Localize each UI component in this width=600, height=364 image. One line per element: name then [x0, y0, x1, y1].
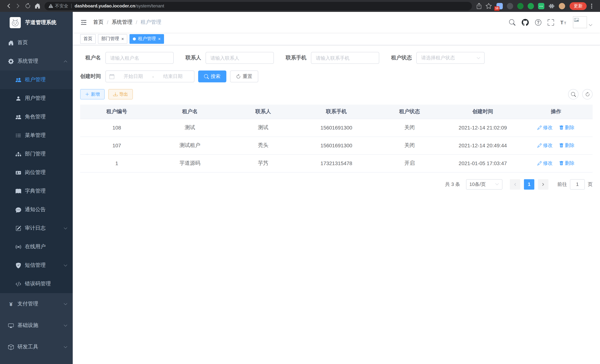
- dictionary-icon: [16, 188, 21, 194]
- github-icon[interactable]: [522, 19, 529, 26]
- puzzle-icon[interactable]: [548, 3, 555, 9]
- toggle-search-button[interactable]: [568, 89, 579, 99]
- fullscreen-icon[interactable]: [548, 19, 554, 25]
- sidebar-item-infrastructure[interactable]: 基础设施: [0, 315, 73, 336]
- sidebar-item-audit-log[interactable]: 审计日志: [0, 219, 73, 237]
- trash-icon: [559, 143, 564, 148]
- menu-label: 研发工具: [18, 344, 38, 350]
- calendar-icon: [110, 74, 114, 79]
- browser-back-button[interactable]: [4, 1, 13, 11]
- close-tab-icon[interactable]: ×: [158, 37, 161, 41]
- sidebar-item-post-management[interactable]: 岗位管理: [0, 163, 73, 182]
- end-date-placeholder: 结束日期: [155, 73, 190, 80]
- caret-down-icon: [589, 23, 593, 27]
- status-select[interactable]: 请选择租户状态: [416, 52, 485, 64]
- extension-icon[interactable]: [507, 3, 513, 9]
- export-button[interactable]: 导出: [108, 89, 133, 99]
- extension-icon[interactable]: [517, 3, 524, 9]
- browser-forward-button[interactable]: [13, 1, 23, 11]
- contact-input[interactable]: [206, 52, 274, 64]
- edit-link[interactable]: 修改: [537, 142, 553, 149]
- sidebar-item-dict-management[interactable]: 字典管理: [0, 182, 73, 200]
- add-button[interactable]: 新增: [80, 89, 105, 99]
- sidebar-item-error-code[interactable]: 错误码管理: [0, 275, 73, 293]
- column-header-contact: 联系人: [226, 105, 300, 119]
- refresh-table-button[interactable]: [582, 89, 593, 99]
- goto-page-input[interactable]: [570, 179, 585, 189]
- browser-home-button[interactable]: [33, 1, 42, 11]
- url-host: dashboard.yudao.iocoder.cn: [75, 3, 135, 9]
- address-bar[interactable]: 不安全 dashboard.yudao.iocoder.cn/system/te…: [45, 2, 472, 10]
- browser-reload-button[interactable]: [23, 1, 33, 11]
- cell-contact: 秃头: [226, 137, 300, 154]
- sidebar-item-user-management[interactable]: 用户管理: [0, 89, 73, 108]
- menu-label: 支付管理: [18, 300, 38, 307]
- browser-toolbar: 不安全 dashboard.yudao.iocoder.cn/system/te…: [0, 0, 600, 12]
- org-tree-icon: [16, 151, 21, 157]
- sidebar-item-role-management[interactable]: 角色管理: [0, 108, 73, 126]
- user-avatar[interactable]: [573, 16, 593, 28]
- cell-status: 开启: [373, 154, 446, 172]
- breadcrumb-current: 租户管理: [141, 19, 161, 26]
- page-number-button[interactable]: 1: [524, 179, 534, 189]
- edit-link[interactable]: 修改: [537, 160, 553, 167]
- cell-actions: 修改 删除: [519, 154, 593, 172]
- bookmark-star-button[interactable]: [484, 1, 494, 11]
- tab-tenant-management[interactable]: 租户管理 ×: [130, 34, 164, 44]
- close-tab-icon[interactable]: ×: [121, 37, 124, 41]
- add-button-label: 新增: [91, 91, 100, 97]
- sidebar-item-menu-management[interactable]: 菜单管理: [0, 126, 73, 145]
- sidebar-item-dev-tools[interactable]: 研发工具: [0, 336, 73, 358]
- font-size-icon[interactable]: [560, 19, 567, 25]
- date-range-picker[interactable]: 开始日期 - 结束日期: [105, 71, 194, 82]
- extension-icon[interactable]: 10: [497, 3, 503, 9]
- question-icon[interactable]: [535, 19, 541, 25]
- main-area: 首页 / 系统管理 / 租户管理 首页 部门管理 × 租户管理: [73, 12, 600, 364]
- pagination: 共 3 条 10条/页 1 前往 页: [80, 179, 593, 189]
- next-page-button[interactable]: [538, 179, 548, 189]
- browser-menu-button[interactable]: [587, 1, 596, 11]
- sidebar-item-home[interactable]: 首页: [0, 33, 73, 52]
- refresh-icon: [585, 92, 590, 97]
- delete-link[interactable]: 删除: [559, 160, 575, 167]
- search-button[interactable]: 搜索: [198, 71, 226, 82]
- extension-icon[interactable]: [528, 3, 534, 9]
- goto-label: 前往: [557, 181, 567, 187]
- pencil-icon: [537, 125, 542, 130]
- current-page: 1: [528, 181, 530, 187]
- tenant-name-input[interactable]: [105, 52, 174, 64]
- chevron-down-icon: [64, 263, 67, 267]
- security-label: 不安全: [55, 3, 68, 9]
- system-submenu: 租户管理 用户管理 角色管理 菜单管理 部门管理 岗位管理: [0, 71, 73, 293]
- puzzle-icon: [549, 3, 554, 9]
- menu-label: 角色管理: [25, 113, 46, 120]
- phone-input[interactable]: [311, 52, 379, 64]
- sidebar-item-notice[interactable]: 通知公告: [0, 200, 73, 219]
- sidebar-item-system-management[interactable]: 系统管理: [0, 52, 73, 71]
- delete-link[interactable]: 删除: [559, 142, 575, 149]
- sidebar-item-sms-management[interactable]: 短信管理: [0, 256, 73, 275]
- tab-home[interactable]: 首页: [80, 34, 96, 44]
- sidebar-item-dept-management[interactable]: 部门管理: [0, 145, 73, 163]
- app-logo[interactable]: 芋道管理系统: [0, 12, 73, 33]
- share-icon: [476, 3, 482, 9]
- reset-button[interactable]: 重置: [230, 71, 258, 82]
- browser-update-button[interactable]: 更新: [570, 2, 587, 10]
- breadcrumb-item[interactable]: 首页: [93, 19, 103, 26]
- chevron-right-icon: [541, 182, 545, 186]
- prev-page-button[interactable]: [510, 179, 520, 189]
- delete-link[interactable]: 删除: [559, 124, 575, 131]
- sidebar-item-tenant-management[interactable]: 租户管理: [0, 71, 73, 89]
- share-button[interactable]: [474, 1, 484, 11]
- column-header-name: 租户名: [153, 105, 227, 119]
- search-icon[interactable]: [509, 19, 516, 25]
- edit-link[interactable]: 修改: [537, 124, 553, 131]
- sidebar-toggle-icon[interactable]: [80, 19, 87, 26]
- sidebar-item-online-users[interactable]: 在线用户: [0, 237, 73, 256]
- extension-icon[interactable]: [538, 3, 544, 9]
- extension-icon[interactable]: [559, 3, 565, 9]
- sidebar-item-payment[interactable]: ¥ 支付管理: [0, 293, 73, 315]
- tab-dept-management[interactable]: 部门管理 ×: [98, 34, 127, 44]
- breadcrumb-item[interactable]: 系统管理: [112, 19, 132, 26]
- page-size-select[interactable]: 10条/页: [466, 179, 502, 189]
